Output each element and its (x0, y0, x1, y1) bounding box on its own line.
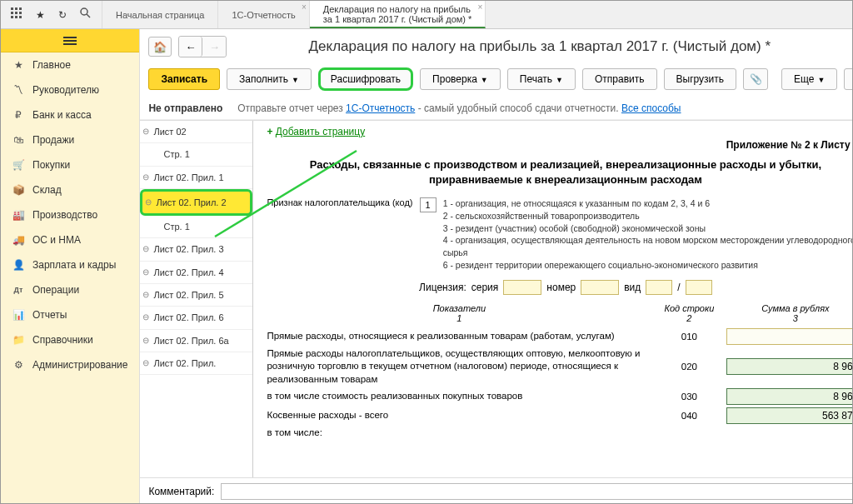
truck-icon: 🚚 (12, 234, 24, 246)
tree-item[interactable]: ⊖Лист 02. Прил. 5 (140, 284, 252, 307)
decode-button[interactable]: Расшифровать (318, 67, 413, 91)
tree-item[interactable]: ⊖Лист 02. Прил. 2 (140, 189, 252, 216)
sidebar-item-salary[interactable]: 👤Зарплата и кадры (1, 252, 139, 277)
tab-home[interactable]: Начальная страница (102, 1, 218, 28)
tree-item[interactable]: Стр. 1 (140, 216, 252, 238)
box-icon: 📦 (12, 184, 24, 196)
taxpayer-code[interactable]: 1 (420, 197, 436, 212)
page-tree: ⊖Лист 02Стр. 1⊖Лист 02. Прил. 1⊖Лист 02.… (140, 121, 253, 477)
form-main-title: Расходы, связанные с производством и реа… (267, 157, 853, 187)
link-all-ways[interactable]: Все способы (621, 102, 681, 114)
close-icon[interactable]: × (478, 2, 483, 12)
export-button[interactable]: Выгрузить (664, 68, 737, 90)
link-1c-reporting[interactable]: 1С-Отчетность (346, 102, 415, 114)
sidebar-item-catalogs[interactable]: 📁Справочники (1, 327, 139, 352)
sidebar-item-production[interactable]: 🏭Производство (1, 202, 139, 227)
person-icon: 👤 (12, 259, 24, 271)
tree-item[interactable]: Стр. 1 (140, 143, 252, 166)
taxpayer-label: Признак налогоплательщика (код) (267, 197, 412, 207)
gear-icon: ⚙ (12, 359, 24, 371)
fill-button[interactable]: Заполнить▼ (227, 68, 312, 90)
apps-icon[interactable] (11, 7, 22, 22)
amount-input[interactable] (726, 358, 853, 375)
tree-item[interactable]: ⊖Лист 02. Прил. 6 (140, 307, 252, 329)
save-button[interactable]: Записать (148, 68, 220, 90)
comment-label: Комментарий: (148, 486, 214, 497)
license-row: Лицензия: серия номер вид / (267, 280, 853, 295)
amount-input[interactable] (726, 388, 853, 405)
back-button[interactable]: ← (179, 37, 202, 57)
close-icon[interactable]: × (302, 2, 307, 12)
license-series-input[interactable] (503, 280, 541, 295)
sidebar-item-manager[interactable]: 〽Руководителю (1, 77, 139, 102)
history-icon[interactable]: ↻ (58, 9, 67, 21)
star-icon[interactable]: ★ (36, 9, 45, 21)
send-button[interactable]: Отправить (582, 68, 657, 90)
sidebar-item-admin[interactable]: ⚙Администрирование (1, 352, 139, 377)
factory-icon: 🏭 (12, 209, 24, 221)
sidebar-toggle[interactable] (1, 29, 139, 52)
svg-line-10 (87, 14, 90, 17)
license-type-input[interactable] (646, 280, 672, 295)
license-number-input[interactable] (581, 280, 619, 295)
comment-row: Комментарий: (140, 477, 853, 504)
status-row: Не отправлено Отправьте отчет через 1С-О… (140, 97, 853, 120)
taxpayer-notes: 1 - организация, не относящаяся к указан… (443, 197, 853, 271)
search-icon[interactable] (80, 7, 92, 22)
home-button[interactable]: 🏠 (148, 37, 172, 57)
sidebar-item-bank[interactable]: ₽Банк и касса (1, 102, 139, 127)
more-button[interactable]: Еще▼ (781, 68, 837, 90)
bag-icon: 🛍 (12, 134, 24, 146)
money-icon: ₽ (12, 109, 24, 121)
tab-reporting[interactable]: 1С-Отчетность× (218, 1, 309, 28)
license-type2-input[interactable] (686, 280, 712, 295)
top-toolbar: ★ ↻ Начальная страница 1С-Отчетность× Де… (1, 1, 852, 29)
tree-item[interactable]: ⊖Лист 02. Прил. 4 (140, 262, 252, 284)
tab-label: за 1 квартал 2017 г. (Чистый дом) * (323, 14, 472, 24)
tab-label: 1С-Отчетность (232, 10, 295, 20)
tab-declaration[interactable]: Декларация по налогу на прибыль за 1 ква… (310, 1, 486, 28)
tree-item[interactable]: ⊖Лист 02. Прил. 1 (140, 167, 252, 189)
column-headers: Показатели1 Код строки2 Сумма в рублях3 (267, 303, 853, 323)
check-button[interactable]: Проверка▼ (420, 68, 501, 90)
amount-input[interactable] (726, 407, 853, 424)
appendix-title: Приложение № 2 к Листу 02 (267, 139, 853, 151)
sidebar: ★Главное 〽Руководителю ₽Банк и касса 🛍Пр… (1, 29, 140, 504)
svg-rect-7 (15, 16, 17, 18)
svg-point-9 (81, 8, 87, 15)
sidebar-item-operations[interactable]: ДтОперации (1, 277, 139, 302)
data-row: в том числе: (267, 427, 853, 440)
sidebar-item-sales[interactable]: 🛍Продажи (1, 127, 139, 152)
attach-button[interactable]: 📎 (743, 68, 768, 90)
data-row: Прямые расходы налогоплательщиков, осуще… (267, 347, 853, 387)
sidebar-item-reports[interactable]: 📊Отчеты (1, 302, 139, 327)
data-row: Косвенные расходы - всего040 (267, 407, 853, 424)
cart-icon: 🛒 (12, 159, 24, 171)
tree-item[interactable]: ⊖Лист 02. Прил. 6а (140, 330, 252, 352)
svg-rect-6 (11, 16, 13, 18)
comment-input[interactable] (221, 483, 853, 500)
sidebar-item-assets[interactable]: 🚚ОС и НМА (1, 227, 139, 252)
forward-button[interactable]: → (202, 37, 226, 57)
amount-input[interactable] (726, 328, 853, 345)
svg-rect-2 (19, 7, 22, 10)
tab-label: Начальная страница (116, 10, 204, 20)
tree-item[interactable]: ⊖Лист 02. Прил. (140, 352, 252, 375)
chart-icon: 〽 (12, 84, 24, 96)
status-text: Отправьте отчет через 1С-Отчетность - са… (237, 102, 681, 114)
data-row: в том числе стоимость реализованных поку… (267, 388, 853, 405)
tab-label: Декларация по налогу на прибыль (323, 4, 472, 14)
print-button[interactable]: Печать▼ (507, 68, 576, 90)
add-page-link[interactable]: Добавить страницу (276, 126, 365, 137)
folder-icon: 📁 (12, 334, 24, 346)
tree-item[interactable]: ⊖Лист 02 (140, 121, 252, 143)
help-button[interactable]: ? (844, 68, 853, 90)
sidebar-item-warehouse[interactable]: 📦Склад (1, 177, 139, 202)
svg-rect-5 (19, 12, 22, 14)
svg-rect-1 (15, 7, 17, 10)
svg-rect-0 (11, 7, 13, 10)
sidebar-item-main[interactable]: ★Главное (1, 52, 139, 77)
sidebar-item-purchases[interactable]: 🛒Покупки (1, 152, 139, 177)
tree-item[interactable]: ⊖Лист 02. Прил. 3 (140, 238, 252, 261)
svg-rect-3 (11, 12, 13, 14)
